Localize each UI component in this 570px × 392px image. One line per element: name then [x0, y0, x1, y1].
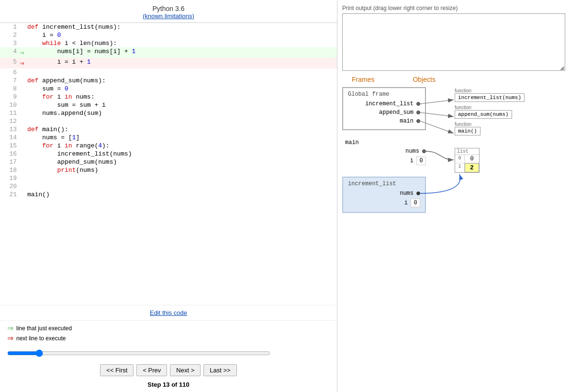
inc-frame-row-i: i 0 [348, 199, 420, 207]
prev-button[interactable]: < Prev [136, 364, 167, 376]
main-frame-label-area: main nums i 0 [342, 137, 426, 169]
main-frame-row-nums: nums [345, 148, 426, 155]
next-button[interactable]: Next > [170, 364, 201, 376]
legend: ⇒ line that just executed ⇒ next line to… [0, 320, 337, 347]
code-line-11: nums.append(sum) [27, 109, 337, 117]
code-line-7: def append_sum(nums): [27, 77, 337, 85]
line-number-17: 17 [0, 158, 17, 166]
line-number-15: 15 [0, 142, 17, 150]
objects-label: Objects [413, 76, 435, 83]
line-number-14: 14 [0, 134, 17, 142]
edit-this-code-link[interactable]: Edit this code [150, 309, 187, 316]
print-output-box[interactable]: ◢ [342, 13, 565, 71]
function-objects: function increment_list(nums) function a… [426, 87, 525, 135]
arrow-col-5: ⇒ [17, 58, 27, 68]
python-header: Python 3.6 (known limitations) [0, 0, 337, 23]
edit-link-container: Edit this code [0, 305, 337, 320]
global-frame-row-increment: increment_list [348, 101, 420, 107]
code-table: 1def increment_list(nums):2 i = 03 while… [0, 23, 337, 199]
last-button[interactable]: Last >> [203, 364, 236, 376]
line-number-3: 3 [0, 39, 17, 47]
line-number-10: 10 [0, 101, 17, 109]
print-output-label: Print output (drag lower right corner to… [342, 5, 565, 11]
code-line-15: for i in range(4): [27, 142, 337, 150]
frames-label: Frames [352, 76, 374, 83]
arrow-col-1 [17, 23, 27, 31]
arrow-col-10 [17, 101, 27, 109]
global-frame-row-main: main [348, 118, 420, 124]
increment-list-frame-box: increment_list nums i 0 [342, 177, 426, 213]
code-line-21: main() [27, 190, 337, 199]
arrow-col-15 [17, 142, 27, 150]
code-line-1: def increment_list(nums): [27, 23, 337, 31]
red-legend-label: next line to execute [16, 335, 66, 342]
list-box: list 0 0 1 2 [455, 148, 480, 173]
list-value-1: 2 [465, 163, 479, 172]
list-value-0: 0 [465, 155, 479, 163]
arrow-col-4: ⇒ [17, 47, 27, 58]
list-index-row: 0 0 [455, 155, 479, 163]
slider-row [0, 347, 337, 361]
code-area: 1def increment_list(nums):2 i = 03 while… [0, 23, 337, 305]
resize-handle-icon[interactable]: ◢ [560, 66, 565, 70]
func-main-label: function [455, 122, 525, 127]
code-line-13: def main(): [27, 125, 337, 134]
line-number-18: 18 [0, 166, 17, 174]
line-number-21: 21 [0, 190, 17, 199]
list-index-0: 0 [455, 155, 465, 163]
line-number-1: 1 [0, 23, 17, 31]
code-line-10: sum = sum + i [27, 101, 337, 109]
dot-main-nums [422, 149, 426, 153]
dot-increment-list [416, 102, 420, 106]
arrow-col-12 [17, 117, 27, 125]
dot-inc-nums [416, 191, 420, 195]
first-button[interactable]: << First [100, 364, 134, 376]
arrow-col-13 [17, 125, 27, 134]
main-var-nums: nums [381, 148, 419, 155]
code-line-2: i = 0 [27, 31, 337, 39]
list-object: list 0 0 1 2 [455, 147, 480, 173]
arrow-col-16 [17, 150, 27, 158]
arrow-col-19 [17, 174, 27, 182]
func-increment-label: function [455, 88, 525, 93]
main-frame-label: main [345, 139, 426, 146]
line-number-9: 9 [0, 93, 17, 101]
arrow-col-17 [17, 158, 27, 166]
global-frame-row-append: append_sum [348, 109, 420, 116]
line-number-8: 8 [0, 85, 17, 93]
line-number-19: 19 [0, 174, 17, 182]
viz-container: Global frame increment_list append_sum m… [342, 87, 565, 213]
main-i-value: 0 [416, 157, 426, 165]
step-slider[interactable] [7, 349, 270, 357]
code-line-8: sum = 0 [27, 85, 337, 93]
arrow-col-7 [17, 77, 27, 85]
code-line-19 [27, 174, 337, 182]
main-frame-row-i: i 0 [345, 157, 426, 165]
arrow-col-11 [17, 109, 27, 117]
code-line-12 [27, 117, 337, 125]
code-line-14: nums = [1] [27, 134, 337, 142]
arrow-col-2 [17, 31, 27, 39]
inc-frame-row-nums: nums [348, 190, 420, 197]
line-number-5: 5 [0, 58, 17, 68]
arrow-col-14 [17, 134, 27, 142]
arrow-col-18 [17, 166, 27, 174]
list-object-area: list 0 0 1 2 [426, 137, 480, 173]
known-limitations-link[interactable]: (known limitations) [143, 12, 194, 20]
arrow-col-9 [17, 93, 27, 101]
func-append-box: append_sum(nums) [455, 110, 512, 119]
line-number-13: 13 [0, 125, 17, 134]
dot-main-global [416, 119, 420, 123]
code-line-17: append_sum(nums) [27, 158, 337, 166]
arrow-col-6 [17, 68, 27, 77]
global-frame-title: Global frame [348, 91, 420, 98]
dot-append-sum [416, 111, 420, 114]
global-var-append-sum: append_sum [375, 109, 414, 116]
right-panel: Print output (drag lower right corner to… [337, 0, 570, 392]
line-number-11: 11 [0, 109, 17, 117]
list-index-1: 1 [455, 163, 465, 172]
line-number-12: 12 [0, 117, 17, 125]
green-exec-arrow: ⇒ [20, 49, 24, 57]
func-append-sum-obj: function append_sum(nums) [455, 105, 525, 119]
code-line-3: while i < len(nums): [27, 39, 337, 47]
